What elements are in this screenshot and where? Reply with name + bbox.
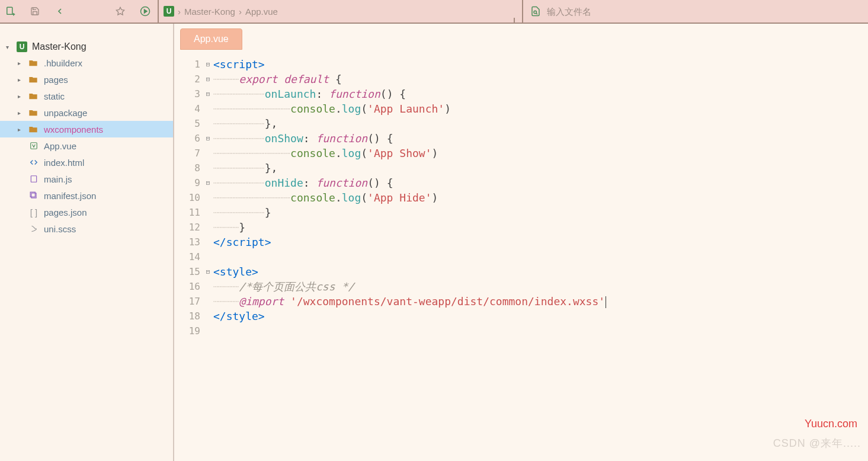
sidebar-folder-unpackage[interactable]: ▸ unpackage (0, 104, 173, 121)
chevron-right-icon[interactable]: ▸ (18, 126, 24, 133)
watermark-csdn: CSDN @来年..... (773, 436, 861, 450)
project-root[interactable]: ▾ U Master-Kong (0, 39, 173, 55)
sidebar-file-main-js[interactable]: main.js (0, 171, 173, 187)
sidebar-file-manifest-json[interactable]: manifest.json (0, 187, 173, 204)
watermark-yuucn: Yuucn.com (805, 418, 857, 430)
sidebar-file-uni-scss[interactable]: uni.scss (0, 220, 173, 237)
svg-rect-9 (31, 176, 36, 183)
svg-line-7 (536, 13, 537, 14)
new-file-icon[interactable] (5, 6, 15, 17)
js-file-icon (28, 175, 39, 183)
sidebar-file-app-vue[interactable]: App.vue (0, 137, 173, 154)
chevron-right-icon[interactable]: ▸ (18, 93, 24, 100)
svg-rect-8 (31, 143, 37, 149)
folder-icon (28, 59, 39, 67)
back-icon[interactable] (55, 6, 65, 17)
breadcrumb-root[interactable]: Master-Kong (184, 7, 235, 17)
file-explorer: ▾ U Master-Kong ▸ .hbuilderx ▸ pages ▸ s… (0, 24, 174, 461)
breadcrumb[interactable]: U › Master-Kong › App.vue (158, 0, 515, 23)
breadcrumb-file[interactable]: App.vue (245, 7, 278, 17)
manifest-file-icon (28, 191, 39, 200)
project-logo-icon: U (164, 6, 174, 17)
breadcrumb-sep-icon: › (239, 7, 242, 17)
sidebar-file-pages-json[interactable]: [ ] pages.json (0, 204, 173, 220)
sidebar-folder-wxcomponents[interactable]: ▸ wxcomponents (0, 121, 173, 137)
chevron-down-icon[interactable]: ▾ (6, 44, 12, 50)
svg-rect-0 (7, 7, 12, 14)
folder-icon (28, 125, 39, 133)
sidebar-folder-pages[interactable]: ▸ pages (0, 71, 173, 88)
json-file-icon: [ ] (28, 207, 39, 217)
star-icon[interactable] (115, 6, 126, 17)
sidebar-folder-static[interactable]: ▸ static (0, 88, 173, 104)
folder-icon (28, 92, 39, 100)
scss-file-icon (28, 225, 39, 233)
project-logo-icon: U (17, 41, 27, 52)
folder-icon (28, 75, 39, 84)
folder-icon (28, 108, 39, 117)
chevron-right-icon[interactable]: ▸ (18, 76, 24, 83)
text-cursor (606, 296, 606, 308)
tab-label: App.vue (194, 34, 229, 44)
chevron-right-icon[interactable]: ▸ (18, 110, 24, 116)
file-search-icon[interactable] (530, 6, 541, 17)
tab-app-vue[interactable]: App.vue (180, 28, 242, 50)
svg-marker-5 (145, 9, 148, 13)
breadcrumb-sep-icon: › (178, 7, 181, 17)
chevron-right-icon[interactable]: ▸ (18, 60, 24, 66)
vue-file-icon (28, 142, 39, 150)
code-editor[interactable]: 1⊟<script> 2⊟┈┈┈┈export default { 3⊟┈┈┈┈… (174, 50, 868, 461)
project-label: Master-Kong (32, 41, 87, 52)
svg-marker-3 (116, 7, 124, 15)
run-icon[interactable] (140, 6, 150, 17)
html-file-icon (28, 158, 39, 167)
file-search-input[interactable] (547, 7, 863, 17)
svg-point-6 (534, 11, 537, 14)
sidebar-folder-hbuilderx[interactable]: ▸ .hbuilderx (0, 55, 173, 71)
save-icon[interactable] (30, 6, 40, 17)
sidebar-file-index-html[interactable]: index.html (0, 154, 173, 171)
